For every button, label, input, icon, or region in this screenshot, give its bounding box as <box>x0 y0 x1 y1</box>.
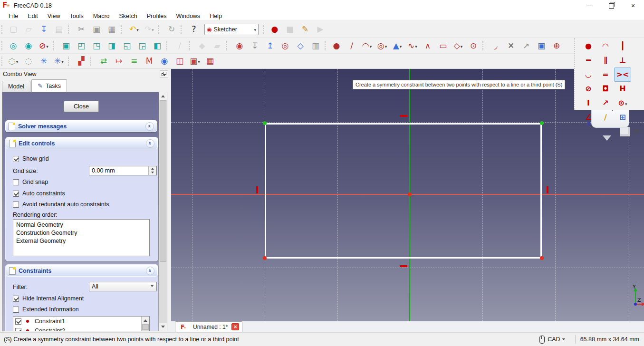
nav-menu-chevron-icon[interactable] <box>633 130 640 137</box>
constraint-equal-button[interactable]: = <box>597 67 614 82</box>
close-shape-button[interactable]: ⇄ <box>96 54 111 68</box>
sketch-vertex-bottom-right[interactable] <box>540 256 544 260</box>
view-sketch-button[interactable]: ↥ <box>262 39 278 53</box>
macro-execute-button[interactable]: ▶ <box>313 22 328 36</box>
constraint-distance-y-button[interactable]: I <box>580 96 597 110</box>
grid-snap-checkbox[interactable] <box>13 179 19 185</box>
menu-help[interactable]: Help <box>205 12 227 20</box>
constraints-header[interactable]: Constraints « <box>6 265 158 277</box>
view-top-button[interactable]: ◳ <box>89 39 104 53</box>
new-file-button[interactable]: ▢ <box>6 22 21 36</box>
constraint-point-on-object-button[interactable]: ◠ <box>597 39 614 53</box>
grid-size-input[interactable]: 0.00 mm <box>89 166 157 175</box>
macro-record-button[interactable]: ● <box>267 22 282 36</box>
edit-controls-header[interactable]: Edit controls « <box>6 137 158 149</box>
select-constraints-button[interactable]: ≡ <box>126 54 142 68</box>
bspline-show-degree-button[interactable]: ◌ <box>6 54 21 68</box>
constraint-list[interactable]: Constraint1 Constraint2 <box>13 316 150 331</box>
bspline-knot-multiplicity-button[interactable]: ✳ <box>36 54 51 68</box>
close-task-button[interactable]: Close <box>64 101 99 112</box>
create-slot-button[interactable]: ⊙ <box>466 39 481 53</box>
document-tab[interactable]: F✳ Unnamed : 1* ✕ <box>175 321 242 332</box>
view-bottom-button[interactable]: ◲ <box>135 39 150 53</box>
create-point-button[interactable]: ● <box>329 39 344 53</box>
copy-button[interactable]: ▣ <box>89 22 104 36</box>
symmetry-tool-button[interactable]: ◫ <box>172 54 187 68</box>
view-axonometric-button[interactable]: ▣ <box>58 39 74 53</box>
trim-edge-button[interactable]: ✕ <box>503 39 519 53</box>
view-front-button[interactable]: ◰ <box>74 39 89 53</box>
rendering-order-item[interactable]: Construction Geometry <box>13 229 149 237</box>
tab-tasks[interactable]: ✎Tasks <box>31 79 67 92</box>
extended-info-checkbox[interactable] <box>13 307 19 313</box>
spinner-buttons[interactable] <box>148 166 156 175</box>
sketch-vertex-bottom-left[interactable] <box>263 256 267 260</box>
restore-button[interactable] <box>600 0 622 11</box>
navigation-style-selector[interactable]: CAD <box>539 336 565 344</box>
constraint-block-button[interactable]: ⊘ <box>580 82 597 96</box>
constraint-lock-button[interactable]: ◘ <box>597 82 614 96</box>
clone-button[interactable]: ▣ <box>187 54 202 68</box>
sketch-3d-view[interactable]: Create a symmetry constraint between two… <box>171 69 644 321</box>
fillet-button[interactable]: ◞ <box>488 39 503 53</box>
macro-edit-button[interactable]: ✎ <box>298 22 313 36</box>
minimize-button[interactable] <box>578 0 600 11</box>
bspline-control-polygon-button[interactable]: ◌ <box>21 54 36 68</box>
create-arc-button[interactable]: ◠ <box>359 39 375 53</box>
tab-model[interactable]: Model <box>2 81 30 92</box>
reorient-sketch-button[interactable]: ◇ <box>293 39 308 53</box>
extend-edge-button[interactable]: ↗ <box>519 39 534 53</box>
leave-sketch-button[interactable]: ↧ <box>247 39 262 53</box>
collapse-icon[interactable]: « <box>146 139 154 148</box>
vertical-constraint-icon[interactable] <box>256 186 258 193</box>
constraint-snells-law-button[interactable]: ∕ <box>597 110 614 125</box>
constraint-distance-x-button[interactable]: H <box>614 82 631 96</box>
create-polyline-button[interactable]: ∧ <box>420 39 435 53</box>
constraint-coincident-button[interactable]: ● <box>580 39 597 53</box>
vertical-constraint-icon[interactable] <box>547 186 548 193</box>
avoid-redundant-checkbox[interactable] <box>13 202 19 208</box>
close-button[interactable]: × <box>622 0 644 11</box>
show-internal-geometry-button[interactable]: ◉ <box>157 54 172 68</box>
view-rear-button[interactable]: ◱ <box>119 39 135 53</box>
create-conic-button[interactable]: ▲ <box>390 39 405 53</box>
constraint-parallel-button[interactable]: ∥ <box>597 53 614 67</box>
constraint-horizontal-button[interactable]: ━ <box>580 53 597 67</box>
show-grid-checkbox[interactable] <box>13 156 19 162</box>
constraint-angle-button[interactable]: ∠ <box>580 110 597 125</box>
constraint-row[interactable]: Constraint2 <box>13 326 149 331</box>
create-sketch-button[interactable]: ◉ <box>232 39 247 53</box>
carbon-copy-button[interactable]: ⊕ <box>549 39 564 53</box>
collapse-icon[interactable]: « <box>145 122 154 131</box>
create-polygon-button[interactable]: ◇ <box>451 39 466 53</box>
constraint-symmetric-button[interactable]: >< <box>614 67 631 82</box>
print-button[interactable]: ▤ <box>51 22 67 36</box>
rendering-order-list[interactable]: Normal GeometryConstruction GeometryExte… <box>13 219 150 256</box>
part-boolean-button[interactable]: ◆ <box>194 39 210 53</box>
connect-edges-button[interactable]: ↦ <box>111 54 126 68</box>
view-right-button[interactable]: ◨ <box>104 39 119 53</box>
measure-distance-button[interactable]: ∕ <box>172 39 187 53</box>
scrollbar-thumb[interactable] <box>160 100 166 262</box>
sketch-vertex-top-left[interactable] <box>263 121 267 125</box>
sketch-rectangle[interactable] <box>265 123 542 259</box>
horizontal-constraint-icon[interactable] <box>400 265 407 267</box>
menu-profiles[interactable]: Profiles <box>142 12 172 20</box>
menu-tools[interactable]: Tools <box>65 12 88 20</box>
constraint-distance-button[interactable]: ↗ <box>597 96 614 110</box>
constraint-checkbox[interactable] <box>15 328 21 332</box>
macro-stop-button[interactable]: ■ <box>282 22 298 36</box>
draw-style-button[interactable]: ⊘ <box>36 39 51 53</box>
constraint-vertical-button[interactable]: ┃ <box>614 39 631 53</box>
auto-constraints-checkbox[interactable] <box>13 191 19 197</box>
bspline-increase-degree-button[interactable]: ✳ <box>51 54 67 68</box>
create-bspline-button[interactable]: ∿ <box>405 39 420 53</box>
cut-button[interactable]: ✂ <box>74 22 89 36</box>
constraint-tangent-button[interactable]: ◡ <box>580 67 597 82</box>
tasks-panel-scrollbar[interactable] <box>159 92 167 331</box>
sketch-vertex-top-right[interactable] <box>540 121 544 125</box>
collapse-icon[interactable]: « <box>146 267 154 275</box>
redo-button[interactable]: ↷ <box>142 22 157 36</box>
external-geometry-button[interactable]: ▣ <box>534 39 549 53</box>
menu-sketch[interactable]: Sketch <box>115 12 142 20</box>
